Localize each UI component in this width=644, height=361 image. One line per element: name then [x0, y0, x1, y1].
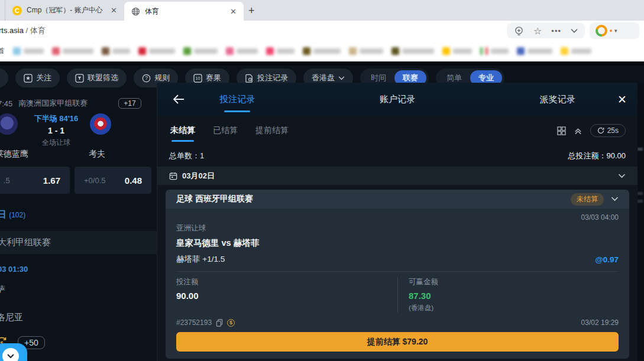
star-square-icon — [24, 74, 33, 83]
bookmark-item[interactable] — [480, 47, 509, 55]
bet-id: #23752193 — [176, 318, 212, 327]
follow-button[interactable]: 关注 — [15, 69, 60, 87]
calendar-icon — [169, 172, 177, 180]
bookmark-item[interactable] — [52, 47, 93, 55]
team-name-partial: 洛尼亚 — [0, 312, 166, 323]
bet-market: 亚洲让球 — [176, 223, 619, 233]
tab-early-settle[interactable]: 提前结算 — [255, 117, 289, 144]
grid-view-icon[interactable] — [557, 126, 566, 135]
bookmark-item[interactable] — [183, 47, 218, 55]
bookmark-item[interactable] — [391, 47, 434, 55]
away-team-name: 考夫 — [89, 149, 105, 160]
refresh-countdown: 25s — [607, 126, 619, 135]
close-icon[interactable]: ✕ — [617, 93, 627, 106]
bet-match: 皇家马德里 vs 赫塔菲 — [176, 238, 619, 249]
stake-label: 投注额 — [176, 277, 397, 287]
new-tab-button[interactable]: + — [248, 5, 255, 17]
tab-unsettled[interactable]: 未结算 — [170, 117, 195, 144]
match-score-block[interactable]: 下半场 84'16 1 - 1 全场让球 莱德蓝鹰 考夫 — [0, 109, 166, 163]
url-text[interactable]: rts.asia / 体育 — [0, 25, 46, 36]
chat-widget-button[interactable] — [0, 343, 27, 361]
amounts-row: 投注额 90.00 可赢金额 87.30 (香港盘) — [176, 272, 619, 316]
team-name-partial: 萨 — [0, 284, 166, 295]
coin-icon[interactable]: $ — [227, 319, 235, 327]
avatar-caret-icon: ▾ — [614, 28, 617, 34]
bet-card: 足球 西班牙甲组联赛 未结算 03/03 04:00 亚洲让球 皇家马德里 vs… — [166, 190, 629, 359]
home-team-logo — [0, 113, 18, 135]
win-label: 可赢金额 — [409, 277, 619, 287]
today-count: (102) — [9, 211, 25, 219]
odds-type-label: 香港盘 — [312, 73, 335, 83]
bookmark-item[interactable] — [349, 47, 383, 55]
bet-id-row: #23752193 $ 03/02 19:29 — [176, 318, 619, 327]
away-odds-button[interactable]: +0/0.5 0.48 — [75, 167, 151, 194]
avatar-ring-icon — [596, 25, 607, 37]
match-league[interactable]: 南澳洲国家甲组联赛 — [18, 98, 88, 109]
tab1-close-icon[interactable]: ✕ — [109, 5, 118, 15]
home-odds-button[interactable]: .5 1.67 — [0, 167, 70, 194]
bet-league: 足球 西班牙甲组联赛 — [176, 194, 564, 204]
today-section-label[interactable]: 日 (102) — [0, 209, 166, 220]
toolbar-icon-group: ☆ ••• — [507, 23, 585, 38]
page-edge-sliver — [637, 83, 644, 361]
profile-avatar[interactable]: ▾ — [590, 22, 639, 39]
bookmark-partial-label[interactable]: 首 — [0, 46, 5, 56]
bet-records-modal: 投注记录 账户记录 派奖记录 ✕ 未结算 已结算 提前结算 25s — [157, 83, 637, 361]
date-group-header[interactable]: 03月02日 — [157, 167, 637, 185]
bookmark-star-icon[interactable]: ☆ — [533, 25, 542, 37]
tab-bet-records[interactable]: 投注记录 — [157, 83, 318, 116]
event-time: 03/03 04:00 — [176, 209, 619, 222]
collapse-all-icon[interactable] — [574, 127, 582, 135]
chevron-down-icon[interactable] — [618, 174, 626, 178]
match-market-label: 全场让球 — [24, 135, 89, 148]
match-time: 7:45 — [0, 99, 12, 108]
reader-icon[interactable] — [514, 26, 524, 36]
bookmark-item[interactable] — [442, 47, 472, 55]
placed-time: 03/02 19:29 — [581, 318, 619, 327]
bet-card-header[interactable]: 足球 西班牙甲组联赛 未结算 — [166, 190, 629, 209]
bookmarks-bar: 首 — [0, 40, 644, 61]
league-section-header[interactable]: 大利甲组联赛 — [0, 231, 167, 254]
tab2-close-icon[interactable]: ✕ — [229, 6, 238, 17]
match-score: 1 - 1 — [24, 124, 89, 135]
document-clock-icon — [245, 74, 254, 83]
total-stake: 总投注额：90.00 — [568, 151, 626, 161]
chevron-down-icon[interactable] — [611, 197, 619, 201]
chevron-down-icon[interactable] — [571, 28, 578, 33]
browser-tab-account-center[interactable]: C Cmp（冠军）- 账户中心 ✕ — [5, 0, 124, 21]
bookmark-item[interactable] — [138, 47, 175, 55]
more-markets-badge[interactable]: +17 — [118, 98, 141, 109]
away-team-logo — [90, 113, 111, 135]
browser-tab-sports[interactable]: 体育 ✕ — [124, 2, 244, 21]
bookmark-item[interactable] — [13, 47, 44, 55]
more-options-icon[interactable]: ••• — [551, 27, 561, 35]
odds-value: 0.48 — [125, 175, 142, 186]
bookmark-item[interactable] — [561, 47, 591, 55]
match-period: 下半场 84'16 — [24, 109, 89, 124]
bookmark-item[interactable] — [517, 47, 552, 55]
tab-payout-records[interactable]: 派奖记录 — [477, 83, 637, 116]
nav-pill-partial[interactable] — [0, 69, 8, 87]
league-filter-button[interactable]: 联盟筛选 — [67, 69, 127, 87]
odds-row: .5 1.67 +0/0.5 0.48 — [0, 167, 166, 194]
tab-settled[interactable]: 已结算 — [213, 117, 238, 144]
cashout-button[interactable]: 提前结算 $79.20 — [176, 332, 619, 352]
next-match-time: 03 01:30 — [0, 265, 166, 274]
tab2-title: 体育 — [145, 6, 224, 17]
results-label: 赛果 — [206, 73, 221, 83]
rules-label: 规则 — [154, 73, 170, 83]
modal-tabs: 投注记录 账户记录 派奖记录 — [157, 83, 637, 116]
bookmark-item[interactable] — [102, 47, 130, 55]
bookmark-item[interactable] — [303, 47, 341, 55]
tab-account-records[interactable]: 账户记录 — [318, 83, 478, 116]
bookmark-item[interactable] — [266, 47, 295, 55]
follow-label: 关注 — [36, 73, 51, 83]
status-badge: 未结算 — [571, 193, 604, 206]
filter-icon — [75, 74, 84, 83]
copy-icon[interactable] — [216, 319, 223, 327]
bookmark-item[interactable] — [226, 47, 258, 55]
refresh-button[interactable]: 25s — [590, 124, 626, 137]
globe-icon — [131, 7, 140, 16]
modal-header: 投注记录 账户记录 派奖记录 ✕ — [157, 83, 637, 116]
odds-book-label: (香港盘) — [409, 304, 619, 313]
